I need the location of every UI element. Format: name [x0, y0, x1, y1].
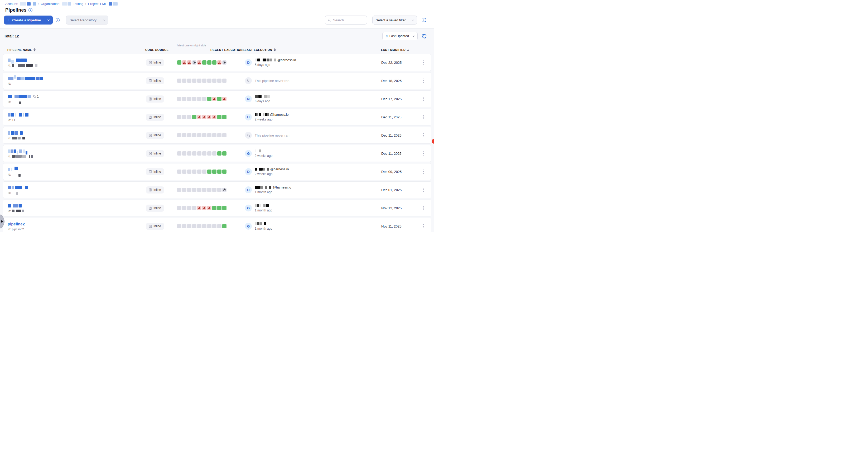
row-menu-button[interactable] — [421, 168, 426, 176]
row-menu-button[interactable] — [421, 222, 426, 230]
execution-status-failed[interactable] — [182, 60, 186, 65]
recent-executions — [177, 188, 245, 192]
tag-icon — [33, 95, 36, 98]
execution-status-failed[interactable] — [202, 115, 207, 119]
breadcrumb-project-link[interactable]: Project: FME — [88, 2, 107, 6]
code-source-badge: Inline — [146, 132, 164, 139]
execution-status-failed[interactable] — [222, 97, 226, 101]
search-box[interactable] — [325, 16, 367, 25]
row-menu-button[interactable] — [421, 113, 426, 121]
execution-status-empty — [197, 133, 202, 137]
pipeline-row[interactable]: Id: T1InlineH@harness.io2 weeks agoDec 1… — [3, 109, 431, 125]
pipeline-row[interactable]: Id:InlineG1 month agoNov 12, 2025 — [3, 199, 431, 216]
row-menu-button[interactable] — [421, 95, 426, 103]
execution-status-failed[interactable] — [212, 115, 216, 119]
execution-status-empty — [212, 133, 216, 137]
execution-status-success[interactable] — [192, 115, 196, 119]
breadcrumb-org-text[interactable]: Testing — [73, 2, 84, 6]
create-info-icon[interactable] — [56, 18, 60, 22]
execution-status-success[interactable] — [212, 60, 216, 65]
execution-status-success[interactable] — [212, 169, 216, 174]
last-modified-cell: Dec 11, 2025 — [381, 115, 415, 119]
execution-time: 6 days ago — [255, 99, 270, 103]
pipeline-row[interactable]: Id:InlineThis pipeline never ranDec 11, … — [3, 127, 431, 144]
row-menu-button[interactable] — [421, 150, 426, 157]
execution-status-success[interactable] — [222, 115, 226, 119]
execution-status-failed[interactable] — [187, 60, 191, 65]
execution-status-success[interactable] — [217, 151, 221, 156]
pipeline-row[interactable]: pipeline2Id: pipeline2InlineG1 month ago… — [3, 218, 431, 232]
row-menu-button[interactable] — [421, 59, 426, 66]
recent-executions — [177, 224, 245, 228]
execution-status-aborted[interactable] — [192, 60, 196, 65]
pipeline-id-redacted — [12, 173, 21, 176]
execution-status-failed[interactable] — [212, 97, 216, 101]
filter-button[interactable] — [421, 17, 427, 23]
content-area: Total: 12 ↑↓ Last Updated PIPELINE NAME … — [0, 28, 434, 232]
sort-arrows-icon: ↑↓ — [385, 34, 388, 38]
row-menu-button[interactable] — [421, 131, 426, 139]
execution-status-failed[interactable] — [217, 60, 221, 65]
execution-status-success[interactable] — [207, 97, 212, 101]
pipeline-row[interactable]: Id:InlineD@harness.io1 month agoDec 01, … — [3, 181, 431, 198]
column-header-last-execution[interactable]: LAST EXECUTION — [245, 48, 381, 52]
sort-dropdown[interactable]: ↑↓ Last Updated — [382, 32, 417, 40]
last-modified-date: Nov 12, 2025 — [381, 206, 402, 210]
select-repository-dropdown[interactable]: Select Repository — [66, 16, 108, 25]
pipeline-name-cell: Id: — [8, 76, 146, 85]
column-header-pipeline-name[interactable]: PIPELINE NAME — [7, 48, 145, 52]
pipeline-row[interactable]: 1Id:InlineN6 days agoDec 17, 2025 — [3, 90, 431, 107]
execution-status-success[interactable] — [222, 169, 226, 174]
pipeline-row[interactable]: Id:InlineG2 weeks agoDec 11, 2025 — [3, 145, 431, 162]
execution-status-empty — [177, 188, 181, 192]
create-pipeline-button[interactable]: + Create a Pipeline — [4, 16, 53, 25]
pipeline-id: Id: — [8, 82, 11, 85]
row-menu-button[interactable] — [421, 204, 426, 212]
pipeline-name-link[interactable]: pipeline2 — [8, 222, 25, 226]
execution-status-aborted[interactable] — [222, 60, 226, 65]
execution-status-success[interactable] — [217, 97, 221, 101]
executor-email: @harness.io — [270, 167, 289, 171]
execution-status-empty — [182, 97, 186, 101]
execution-status-failed[interactable] — [207, 206, 212, 210]
execution-status-failed[interactable] — [197, 115, 202, 119]
saved-filter-dropdown[interactable]: Select a saved filter — [372, 16, 417, 25]
row-menu-button[interactable] — [421, 77, 426, 85]
refresh-button[interactable] — [421, 33, 427, 39]
execution-status-aborted[interactable] — [222, 188, 226, 192]
executor-name-redacted — [255, 113, 269, 116]
execution-status-success[interactable] — [207, 169, 212, 174]
last-execution-cell: G1 month ago — [245, 204, 381, 212]
execution-status-success[interactable] — [222, 151, 226, 156]
execution-status-failed[interactable] — [197, 206, 202, 210]
execution-status-success[interactable] — [212, 206, 216, 210]
execution-status-success[interactable] — [207, 60, 212, 65]
last-modified-cell: Dec 18, 2025 — [381, 78, 415, 83]
execution-status-empty — [177, 97, 181, 101]
execution-status-success[interactable] — [177, 60, 181, 65]
title-info-icon[interactable] — [29, 8, 32, 12]
execution-status-success[interactable] — [222, 224, 226, 228]
executor-name-redacted — [255, 95, 270, 98]
breadcrumb-organization-link[interactable]: Organization: — [41, 2, 60, 6]
execution-status-failed[interactable] — [202, 206, 207, 210]
row-menu-button[interactable] — [421, 186, 426, 194]
column-header-last-modified[interactable]: LAST MODIFIED — [381, 48, 415, 52]
execution-status-success[interactable] — [217, 169, 221, 174]
pipeline-row[interactable]: Id:InlineD@harness.io5 days agoDec 22, 2… — [3, 54, 431, 71]
execution-status-failed[interactable] — [197, 60, 202, 65]
pipeline-row[interactable]: Id:InlineD@harness.io2 weeks agoDec 09, … — [3, 163, 431, 180]
breadcrumb-account-link[interactable]: Account: — [5, 2, 18, 6]
execution-status-success[interactable] — [217, 206, 221, 210]
execution-status-empty — [197, 151, 202, 156]
execution-status-failed[interactable] — [207, 115, 212, 119]
create-pipeline-dropdown-button[interactable] — [44, 16, 53, 25]
search-input[interactable] — [333, 18, 364, 22]
chevron-down-icon — [413, 34, 415, 37]
execution-status-empty — [217, 133, 221, 137]
execution-status-success[interactable] — [202, 60, 207, 65]
execution-status-success[interactable] — [222, 206, 226, 210]
execution-status-success[interactable] — [217, 115, 221, 119]
executor-name-redacted — [255, 204, 269, 207]
pipeline-row[interactable]: Id:InlineThis pipeline never ranDec 18, … — [3, 72, 431, 89]
